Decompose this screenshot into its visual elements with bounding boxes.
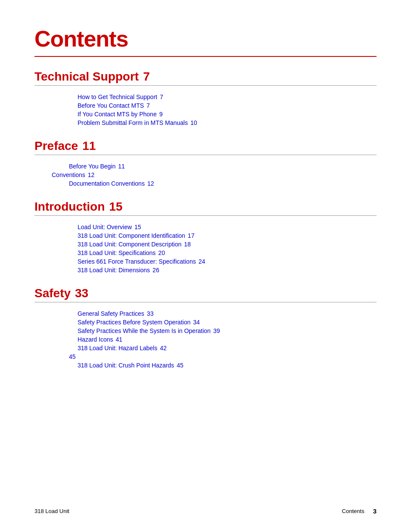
section-number-safety: 33 xyxy=(75,286,88,300)
section-rule-preface xyxy=(34,155,377,155)
toc-group-technical-support: How to Get Technical Support7 Before You… xyxy=(34,93,377,126)
toc-group-preface: Before You Begin11 Conventions12 Documen… xyxy=(34,163,377,187)
section-technical-support: Technical Support 7 How to Get Technical… xyxy=(34,70,377,126)
toc-entry-general-safety-practices[interactable]: General Safety Practices33 xyxy=(34,310,377,317)
footer-right-label: Contents xyxy=(342,508,364,514)
toc-entry-problem-submittal-form[interactable]: Problem Submittal Form in MTS Manuals10 xyxy=(34,119,377,126)
section-number-technical-support: 7 xyxy=(143,70,150,84)
footer-page-number: 3 xyxy=(373,507,377,515)
section-number-introduction: 15 xyxy=(109,200,122,214)
section-title-preface: Preface xyxy=(34,139,78,153)
toc-entry-318-dimensions[interactable]: 318 Load Unit: Dimensions26 xyxy=(34,267,377,274)
footer-left-text: 318 Load Unit xyxy=(34,508,69,514)
toc-entry-safety-practices-before-system-operation[interactable]: Safety Practices Before System Operation… xyxy=(34,319,377,326)
toc-entry-318-specifications[interactable]: 318 Load Unit: Specifications20 xyxy=(34,249,377,256)
page-footer: 318 Load Unit Contents 3 xyxy=(34,507,377,515)
section-rule-technical-support xyxy=(34,85,377,86)
toc-entry-how-to-get-technical-support[interactable]: How to Get Technical Support7 xyxy=(34,93,377,100)
footer-right: Contents 3 xyxy=(342,507,377,515)
toc-group-introduction: Load Unit: Overview15 318 Load Unit: Com… xyxy=(34,224,377,274)
toc-entry-conventions[interactable]: Conventions12 xyxy=(34,171,377,178)
section-rule-safety xyxy=(34,302,377,302)
section-title-technical-support: Technical Support xyxy=(34,70,139,84)
section-title-introduction: Introduction xyxy=(34,200,105,214)
toc-entry-318-component-identification[interactable]: 318 Load Unit: Component Identification1… xyxy=(34,232,377,239)
toc-entry-318-component-description[interactable]: 318 Load Unit: Component Description18 xyxy=(34,241,377,248)
section-header-technical-support: Technical Support 7 xyxy=(34,70,377,84)
toc-entry-series-661-specifications[interactable]: Series 661 Force Transducer: Specificati… xyxy=(34,258,377,265)
page-title: Contents xyxy=(34,26,377,52)
section-preface: Preface 11 Before You Begin11 Convention… xyxy=(34,139,377,187)
section-safety: Safety 33 General Safety Practices33 Saf… xyxy=(34,286,377,369)
section-number-preface: 11 xyxy=(82,139,96,153)
title-divider xyxy=(34,56,377,57)
section-introduction: Introduction 15 Load Unit: Overview15 31… xyxy=(34,200,377,274)
section-header-preface: Preface 11 xyxy=(34,139,377,153)
toc-entry-if-you-contact-mts-by-phone[interactable]: If You Contact MTS by Phone9 xyxy=(34,111,377,118)
section-header-safety: Safety 33 xyxy=(34,286,377,300)
toc-entry-load-unit-overview[interactable]: Load Unit: Overview15 xyxy=(34,224,377,230)
section-header-introduction: Introduction 15 xyxy=(34,200,377,214)
section-rule-introduction xyxy=(34,215,377,216)
toc-entry-before-you-contact-mts[interactable]: Before You Contact MTS7 xyxy=(34,102,377,109)
toc-entry-318-crush-point-hazards[interactable]: 318 Load Unit: Crush Point Hazards45 xyxy=(34,362,377,369)
toc-group-safety: General Safety Practices33 Safety Practi… xyxy=(34,310,377,369)
toc-entry-before-you-begin[interactable]: Before You Begin11 xyxy=(34,163,377,170)
toc-entry-318-hazard-labels[interactable]: 318 Load Unit: Hazard Labels42 xyxy=(34,345,377,352)
page-container: Contents Technical Support 7 How to Get … xyxy=(0,0,411,532)
toc-entry-hazard-icons[interactable]: Hazard Icons41 xyxy=(34,336,377,343)
toc-entry-safety-practices-while-system-in-operation[interactable]: Safety Practices While the System Is in … xyxy=(34,327,377,334)
toc-entry-45-sub[interactable]: 45 xyxy=(34,353,377,360)
toc-entry-documentation-conventions[interactable]: Documentation Conventions12 xyxy=(34,180,377,187)
section-title-safety: Safety xyxy=(34,286,71,300)
